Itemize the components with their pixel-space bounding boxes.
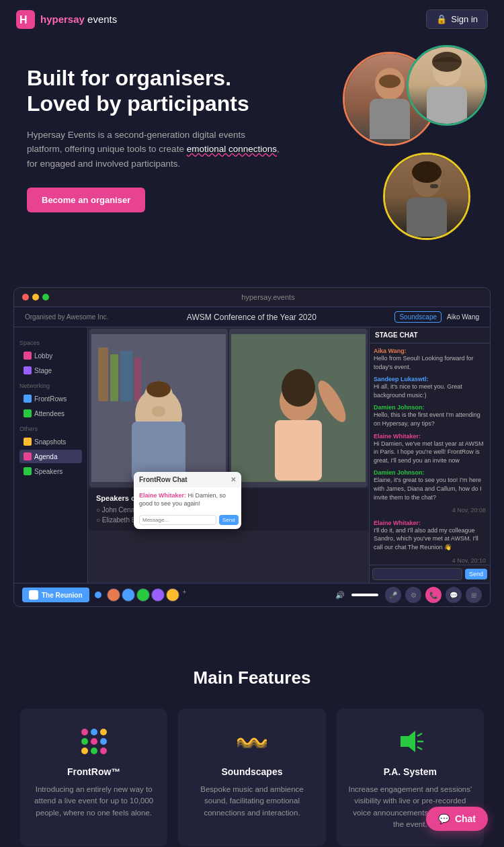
chat-widget-icon: 💬 (438, 813, 450, 824)
sign-in-button[interactable]: 🔒 Sign in (426, 9, 488, 29)
sidebar-item-agenda[interactable]: Agenda (19, 450, 82, 463)
logo: H hypersay events (16, 10, 117, 29)
sidebar-item-lobby[interactable]: Lobby (19, 349, 82, 362)
chat-timestamp-1: 4 Nov, 20:08 (374, 506, 486, 515)
sidebar-item-stage[interactable]: Stage (19, 364, 82, 377)
video-person-1 (89, 329, 228, 487)
lock-icon: 🔒 (436, 14, 447, 24)
volume-bar[interactable] (351, 594, 378, 596)
header-controls: Soundscape Aiko Wang (394, 311, 479, 323)
frontrow-close-icon[interactable]: ✕ (230, 476, 236, 483)
svg-rect-3 (370, 99, 410, 139)
video-slot-1 (89, 329, 228, 487)
video-person-2 (229, 329, 368, 487)
chat-input[interactable] (372, 568, 462, 580)
chat-message-3: Damien Johnson: Hello, this is the first… (374, 404, 486, 428)
mockup-section: hypersay.events Organised by Awesome Inc… (0, 267, 504, 634)
soundscapes-desc: Bespoke music and ambience sound, facili… (189, 784, 314, 819)
pasystem-icon (393, 725, 427, 758)
frontrows-icon (24, 395, 32, 403)
svg-text:H: H (19, 14, 28, 26)
lobby-icon (24, 352, 32, 360)
svg-rect-14 (98, 348, 108, 401)
app-org-label: Organised by Awesome Inc. (25, 313, 108, 321)
sidebar-item-frontrows[interactable]: FrontRows (19, 392, 82, 405)
svg-rect-17 (134, 358, 141, 401)
svg-rect-16 (120, 351, 132, 401)
svg-rect-6 (427, 87, 467, 126)
frontrow-popup-send: Send (134, 512, 241, 529)
svg-marker-37 (401, 731, 415, 752)
chat-toggle-button[interactable]: 💬 (446, 587, 462, 603)
browser-bar: hypersay.events (14, 288, 490, 307)
close-dot (22, 294, 29, 300)
feature-card-soundscapes: Soundscapes Bespoke music and ambience s… (178, 709, 325, 846)
footer-avatar-3 (136, 588, 150, 602)
svg-point-25 (282, 369, 315, 407)
browser-url: hypersay.events (54, 293, 482, 301)
chat-sidebar: STAGE CHAT Aika Wang: Hello from Seoul! … (369, 327, 490, 583)
soundscape-badge[interactable]: Soundscape (394, 311, 442, 323)
svg-point-32 (91, 738, 97, 745)
svg-rect-26 (275, 420, 322, 481)
features-title: Main Features (20, 668, 484, 688)
hero-section: Built for organisers. Loved by participa… (0, 38, 504, 267)
chat-timestamp-2: 4 Nov, 20:10 (374, 557, 486, 565)
networking-label: Networking (19, 382, 82, 389)
attendees-icon (24, 409, 32, 417)
app-content: Spaces Lobby Stage Networking FrontRows … (14, 327, 490, 583)
sidebar-item-speakers[interactable]: Speakers (19, 465, 82, 478)
frontrow-send-button[interactable]: Send (219, 515, 239, 525)
svg-point-34 (81, 748, 88, 754)
app-footer: The Reunion + 🔊 🎤 ⚙ 📞 💬 ⊞ (14, 583, 490, 606)
soundscapes-icon (235, 725, 269, 758)
footer-more-badge: + (183, 588, 187, 602)
footer-avatar-4 (151, 588, 165, 602)
chat-send-button[interactable]: Send (465, 569, 487, 579)
video-slot-2 (229, 329, 368, 487)
footer-avatars: + (107, 588, 187, 602)
hero-content: Built for organisers. Loved by participa… (27, 65, 282, 212)
svg-point-33 (100, 738, 107, 745)
svg-point-20 (146, 381, 171, 397)
video-grid (88, 327, 369, 489)
svg-line-40 (417, 747, 422, 750)
become-organiser-button[interactable]: Become an organiser (27, 188, 145, 212)
svg-rect-9 (407, 198, 447, 237)
svg-point-28 (81, 729, 88, 735)
chat-widget-button[interactable]: 💬 Chat (426, 807, 488, 831)
svg-point-31 (81, 738, 88, 745)
sidebar-item-snapshots[interactable]: Snapshots (19, 435, 82, 448)
frontrow-popup-body: Elaine Whitaker: Hi Damien, so good to s… (134, 487, 241, 512)
browser-mockup: hypersay.events Organised by Awesome Inc… (13, 287, 491, 607)
logo-icon: H (16, 10, 35, 29)
room-button[interactable]: The Reunion (22, 588, 89, 602)
features-grid: FrontRow™ Introducing an entirely new wa… (20, 709, 484, 847)
mic-button[interactable]: 🎤 (385, 587, 401, 603)
svg-point-22 (152, 406, 165, 417)
soundscapes-title: Soundscapes (189, 766, 314, 777)
svg-point-29 (91, 729, 97, 735)
chat-widget-label: Chat (455, 813, 476, 824)
chat-message-6: Elaine Whitaker: I'll do it, and I'll al… (374, 520, 486, 552)
frontrow-desc: Introducing an entirely new way to atten… (31, 784, 157, 819)
settings-button[interactable]: ⚙ (405, 587, 421, 603)
footer-controls: 🔊 🎤 ⚙ 📞 💬 ⊞ (335, 587, 482, 603)
chat-messages: Aika Wang: Hello from Seoul! Looking for… (370, 344, 490, 565)
user-badge: Aiko Wang (447, 313, 479, 321)
app-main: Speakers on stage ○ John Cena, CFO at Ne… (88, 327, 369, 583)
chat-message-1: Aika Wang: Hello from Seoul! Looking for… (374, 348, 486, 371)
speakers-icon (24, 467, 32, 475)
footer-avatar-1 (107, 588, 120, 602)
sidebar-item-attendees[interactable]: Attendees (19, 407, 82, 420)
browser-dots (22, 294, 49, 300)
app-sidebar: Spaces Lobby Stage Networking FrontRows … (14, 327, 88, 583)
phone-button[interactable]: 📞 (425, 587, 442, 603)
avatar-2 (407, 45, 487, 126)
svg-point-4 (379, 75, 401, 88)
frontrow-input[interactable] (139, 515, 216, 525)
svg-point-35 (91, 748, 97, 754)
grid-button[interactable]: ⊞ (466, 587, 482, 603)
svg-rect-11 (430, 184, 438, 188)
svg-point-10 (412, 161, 442, 183)
